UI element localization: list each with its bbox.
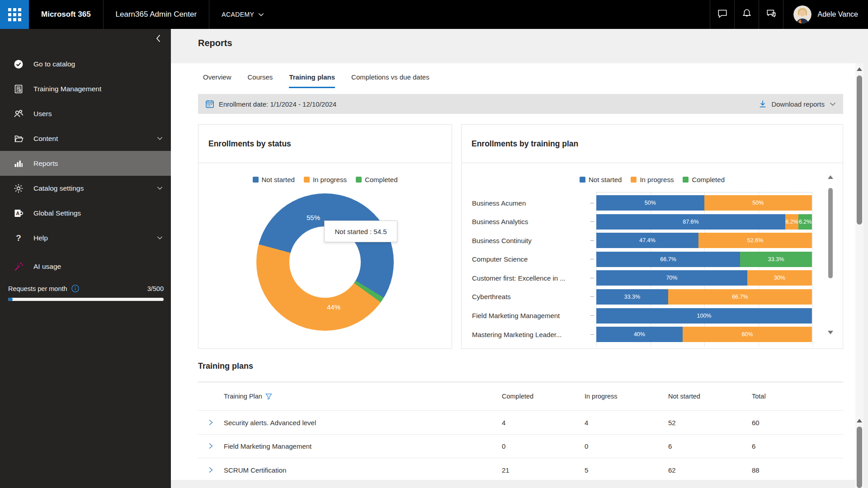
sidebar-item-users[interactable]: Users <box>0 101 171 126</box>
bar-segment-not_started[interactable]: 33.3% <box>596 289 668 305</box>
bar-track[interactable]: 33.3%66.7% <box>596 289 812 305</box>
sidebar-item-label: Users <box>33 110 52 118</box>
bar-segment-not_started[interactable]: 50% <box>596 195 704 211</box>
scroll-down-arrow-icon[interactable] <box>828 331 833 334</box>
scrollbar-thumb[interactable] <box>857 75 862 225</box>
legend-item-not-started[interactable]: Not started <box>253 176 295 183</box>
legend-item-in-progress[interactable]: In progress <box>304 176 347 183</box>
page-scrollbar <box>855 63 868 488</box>
account-menu[interactable]: Adele Vance <box>783 5 868 23</box>
chat-button[interactable] <box>710 0 734 29</box>
legend-label: Completed <box>365 176 398 183</box>
calendar-icon <box>205 99 214 108</box>
feedback-button[interactable] <box>759 0 783 29</box>
collapse-sidebar-button[interactable] <box>153 32 164 47</box>
bar-segment-not_started[interactable]: 70% <box>596 270 747 286</box>
tenant-dropdown[interactable]: ACADEMY <box>209 11 276 18</box>
bar-segment-not_started[interactable]: 40% <box>596 327 683 342</box>
sidebar-item-label: Global Settings <box>33 209 81 217</box>
enrollments-by-status-card: Enrollments by status Not started In pro… <box>198 124 452 349</box>
filter-icon[interactable] <box>265 393 272 400</box>
category-label: Cyberthreats <box>472 293 590 300</box>
completed-value: 4 <box>502 418 505 426</box>
bar-segment-in_progress[interactable]: 52.6% <box>698 233 812 248</box>
column-header-total: Total <box>752 393 766 400</box>
not-started-value: 6 <box>668 442 672 450</box>
sidebar-item-help[interactable]: ? Help <box>0 225 171 250</box>
axis-tick <box>590 203 594 203</box>
sidebar-item-go-to-catalog[interactable]: Go to catalog <box>0 52 171 76</box>
tab-overview[interactable]: Overview <box>203 73 231 88</box>
tab-training-plans[interactable]: Training plans <box>289 73 335 88</box>
plan-legend: Not started In progress Completed <box>462 176 843 183</box>
card-title: Enrollments by status <box>198 125 452 163</box>
main-area: Reports Overview Courses Training plans … <box>171 29 868 488</box>
legend-label: Completed <box>692 176 725 183</box>
download-reports-button[interactable]: Download reports <box>758 99 836 108</box>
sidebar-item-label: Help <box>33 234 48 242</box>
bar-segment-in_progress[interactable]: 30% <box>747 270 812 286</box>
bar-segment-in_progress[interactable]: 6.2% <box>785 214 799 230</box>
legend-swatch <box>683 177 689 183</box>
info-icon[interactable] <box>71 284 80 293</box>
sidebar-item-training-management[interactable]: Training Management <box>0 76 171 101</box>
chevron-down-icon <box>258 13 264 17</box>
legend-item-not-started[interactable]: Not started <box>580 176 622 183</box>
plan-name: SCRUM Certification <box>224 466 286 474</box>
table-scroll-up-arrow-icon[interactable] <box>857 419 862 422</box>
bar-track[interactable]: 47.4%52.6% <box>596 233 812 248</box>
notifications-button[interactable] <box>735 0 759 29</box>
sidebar: Go to catalog Training Management Users … <box>0 29 171 488</box>
expand-row-icon[interactable] <box>208 466 213 474</box>
bar-track[interactable]: 87.6%6.2%6.2% <box>596 214 812 230</box>
completed-value: 21 <box>502 466 509 474</box>
bar-segment-not_started[interactable]: 66.7% <box>596 252 740 267</box>
sidebar-item-ai-usage[interactable]: AI usage <box>0 254 171 279</box>
chart-tooltip: Not started : 54.5 <box>324 221 397 242</box>
bar-segment-not_started[interactable]: 100% <box>596 308 812 324</box>
sidebar-item-content[interactable]: Content <box>0 126 171 151</box>
legend-item-completed[interactable]: Completed <box>356 176 398 183</box>
scrollbar-thumb[interactable] <box>828 188 833 278</box>
sidebar-item-reports[interactable]: Reports <box>0 151 171 176</box>
bar-track[interactable]: 100% <box>596 308 812 324</box>
sidebar-item-global-settings[interactable]: A Global Settings <box>0 201 171 225</box>
bar-track[interactable]: 50%50% <box>596 195 812 211</box>
microsoft-365-link[interactable]: Microsoft 365 <box>29 10 103 19</box>
bar-segment-completed[interactable]: 33.3% <box>740 252 812 267</box>
user-name: Adele Vance <box>817 10 858 19</box>
expand-row-icon[interactable] <box>208 419 213 426</box>
scroll-up-arrow-icon[interactable] <box>828 175 833 179</box>
scroll-up-arrow-icon[interactable] <box>857 67 862 71</box>
bar-segment-not_started[interactable]: 47.4% <box>596 233 698 248</box>
bar-track[interactable]: 66.7%33.3% <box>596 252 812 267</box>
enrollment-date-filter[interactable]: Enrollment date: 1/1/2024 - 12/10/2024 <box>205 99 336 108</box>
axis-tick <box>590 278 594 278</box>
app-launcher-button[interactable] <box>0 0 29 29</box>
training-management-icon <box>13 84 24 94</box>
magic-wand-icon <box>13 261 24 272</box>
table-row[interactable]: SCRUM Certification 21 5 62 88 <box>198 458 843 482</box>
bar-track[interactable]: 40%60% <box>596 327 812 342</box>
tab-courses[interactable]: Courses <box>248 73 273 88</box>
plan-name: Security alerts. Advanced level <box>224 418 316 426</box>
table-row[interactable]: Field Marketing Management 0 0 6 6 <box>198 434 843 458</box>
column-header-in-progress: In progress <box>585 393 618 400</box>
bar-segment-not_started[interactable]: 87.6% <box>596 214 785 230</box>
app-title-link[interactable]: Learn365 Admin Center <box>104 10 209 19</box>
reports-panel: Overview Courses Training plans Completi… <box>171 63 855 480</box>
chevron-down-icon <box>157 136 163 141</box>
tab-completions-vs-due-dates[interactable]: Completions vs due dates <box>351 73 429 88</box>
table-row[interactable]: Security alerts. Advanced level 4 4 52 6… <box>198 410 843 434</box>
bar-segment-in_progress[interactable]: 60% <box>683 327 812 342</box>
legend-item-in-progress[interactable]: In progress <box>631 176 674 183</box>
bar-track[interactable]: 70%30% <box>596 270 812 286</box>
bar-segment-in_progress[interactable]: 50% <box>704 195 812 211</box>
legend-item-completed[interactable]: Completed <box>683 176 725 183</box>
completed-value: 0 <box>502 442 505 450</box>
expand-row-icon[interactable] <box>208 442 213 450</box>
table-scrollbar-thumb[interactable] <box>857 427 862 488</box>
bar-segment-completed[interactable]: 6.2% <box>798 214 812 230</box>
sidebar-item-catalog-settings[interactable]: Catalog settings <box>0 176 171 201</box>
bar-segment-in_progress[interactable]: 66.7% <box>668 289 812 305</box>
